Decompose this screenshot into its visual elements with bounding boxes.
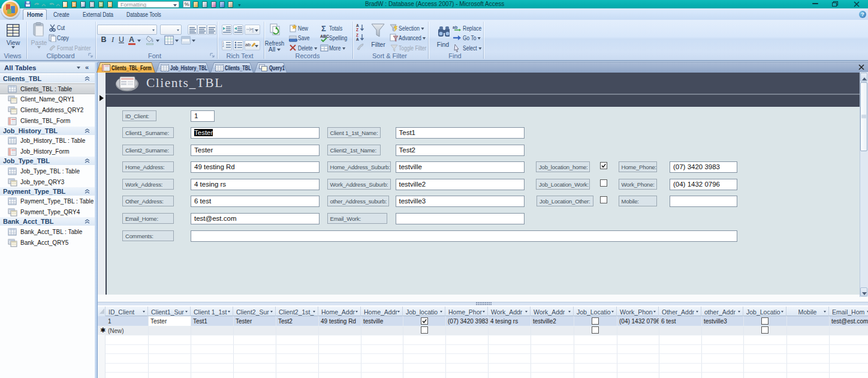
svg-text:¶: ¶ [251, 27, 254, 33]
svg-text:ab: ab [245, 42, 251, 47]
svg-text:ABC: ABC [320, 34, 329, 38]
svg-text:Σ: Σ [321, 24, 326, 32]
svg-text:2: 2 [222, 44, 224, 47]
svg-text:Z: Z [356, 33, 358, 37]
svg-text:ab: ab [453, 25, 457, 29]
svg-text:A: A [356, 23, 359, 28]
svg-text:A: A [356, 37, 359, 41]
svg-text:Z: Z [356, 28, 358, 32]
